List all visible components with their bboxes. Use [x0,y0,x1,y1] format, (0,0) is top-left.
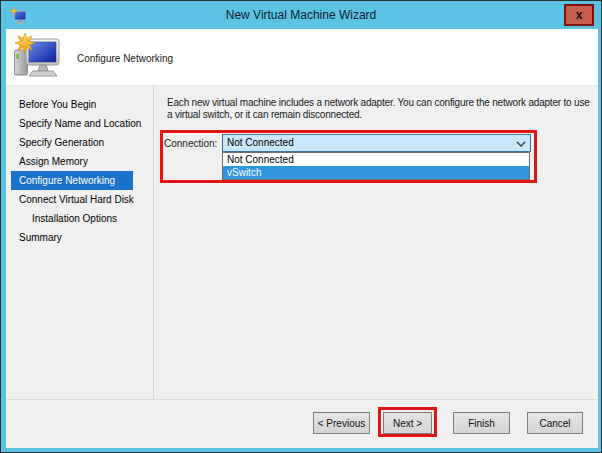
titlebar[interactable]: New Virtual Machine Wizard x [2,2,600,29]
sidebar-separator [153,86,154,399]
connection-dropdown-list: Not Connected vSwitch [222,152,530,180]
connection-label: Connection: [164,137,217,151]
connection-dropdown[interactable]: Not Connected [222,134,531,152]
cancel-button[interactable]: Cancel [527,412,583,434]
window-title: New Virtual Machine Wizard [2,2,600,29]
finish-button[interactable]: Finish [453,412,510,434]
wizard-window: New Virtual Machine Wizard x [0,0,602,453]
wizard-header: Configure Networking [6,29,598,86]
step-specify-name-and-location: Specify Name and Location [11,114,133,133]
footer-separator [6,399,598,400]
dropdown-option-vswitch[interactable]: vSwitch [223,166,529,179]
connection-dropdown-value: Not Connected [227,137,294,148]
next-button[interactable]: Next > [383,412,432,434]
dropdown-option-not-connected[interactable]: Not Connected [223,153,529,166]
step-assign-memory: Assign Memory [11,152,133,171]
wizard-steps-nav: Before You Begin Specify Name and Locati… [11,95,133,247]
step-specify-generation: Specify Generation [11,133,133,152]
previous-button[interactable]: < Previous [313,412,370,434]
step-summary: Summary [11,228,133,247]
wizard-client-area: Configure Networking Before You Begin Sp… [6,29,598,448]
page-description: Each new virtual machine includes a netw… [167,97,597,122]
step-installation-options: Installation Options [11,209,133,228]
step-before-you-begin: Before You Begin [11,95,133,114]
new-vm-wizard-icon [13,33,61,79]
chevron-down-icon [516,141,526,147]
step-configure-networking-active: Configure Networking [11,171,133,190]
page-title: Configure Networking [77,53,173,64]
step-connect-virtual-hard-disk: Connect Virtual Hard Disk [11,190,133,209]
close-button[interactable]: x [564,4,594,26]
